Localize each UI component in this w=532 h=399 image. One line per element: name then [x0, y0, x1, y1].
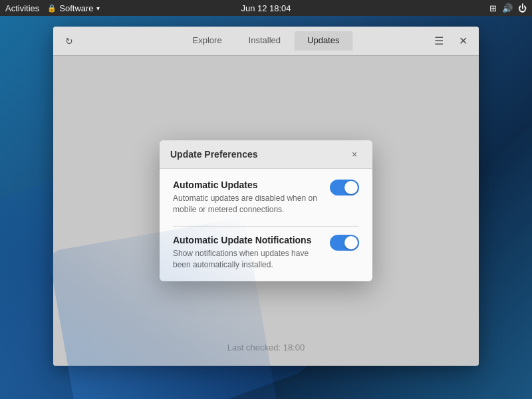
preference-divider	[173, 226, 359, 227]
topbar-right: ⊞ 🔊 ⏻	[489, 3, 527, 13]
tab-updates[interactable]: Updates	[294, 31, 352, 51]
preference-text-auto-updates: Automatic Updates Automatic updates are …	[173, 180, 319, 215]
preference-row-auto-updates: Automatic Updates Automatic updates are …	[173, 180, 359, 215]
app-content: Last checked: 18:00 Update Preferences ×	[53, 56, 479, 366]
app-window: ↻ Explore Installed Updates ☰ ✕ Last che…	[53, 27, 479, 366]
dialog-body: Automatic Updates Automatic updates are …	[160, 169, 372, 281]
auto-notifications-thumb	[344, 236, 358, 249]
headerbar-right: ☰ ✕	[428, 31, 473, 52]
auto-notifications-toggle[interactable]	[330, 235, 359, 251]
headerbar-left: ↻	[59, 31, 80, 52]
activities-button[interactable]: Activities	[5, 3, 39, 13]
menu-button[interactable]: ☰	[428, 31, 450, 52]
close-button[interactable]: ✕	[452, 31, 473, 52]
auto-updates-label: Automatic Updates	[173, 180, 319, 190]
auto-updates-thumb	[344, 181, 358, 194]
network-icon[interactable]: ⊞	[489, 3, 497, 13]
dropdown-arrow-icon: ▾	[96, 5, 100, 12]
topbar: Activities 🔒 Software ▾ Jun 12 18:04 ⊞ 🔊…	[0, 0, 532, 16]
topbar-left: Activities 🔒 Software ▾	[5, 3, 100, 13]
refresh-button[interactable]: ↻	[59, 31, 80, 52]
auto-notifications-label: Automatic Update Notifications	[173, 235, 319, 245]
auto-updates-toggle[interactable]	[330, 180, 359, 196]
auto-updates-desc: Automatic updates are disabled when on m…	[173, 193, 319, 215]
tab-installed[interactable]: Installed	[235, 31, 294, 51]
headerbar: ↻ Explore Installed Updates ☰ ✕	[53, 27, 479, 56]
preference-row-auto-notifications: Automatic Update Notifications Show noti…	[173, 235, 359, 271]
lock-icon: 🔒	[47, 4, 57, 13]
dialog-overlay: Update Preferences × Automatic Updates A…	[53, 56, 479, 366]
dialog-close-button[interactable]: ×	[347, 147, 362, 162]
volume-icon[interactable]: 🔊	[502, 3, 513, 13]
dialog-title: Update Preferences	[170, 149, 258, 160]
desktop: Activities 🔒 Software ▾ Jun 12 18:04 ⊞ 🔊…	[0, 0, 532, 399]
update-preferences-dialog: Update Preferences × Automatic Updates A…	[160, 140, 372, 281]
power-icon[interactable]: ⏻	[518, 3, 527, 13]
tabs-container: Explore Installed Updates	[180, 31, 353, 51]
dialog-header: Update Preferences ×	[160, 140, 372, 169]
preference-text-auto-notifications: Automatic Update Notifications Show noti…	[173, 235, 319, 271]
auto-updates-track	[330, 180, 359, 196]
tab-explore[interactable]: Explore	[180, 31, 235, 51]
auto-notifications-track	[330, 235, 359, 251]
auto-notifications-desc: Show notifications when updates have bee…	[173, 248, 319, 271]
app-name-menu[interactable]: 🔒 Software ▾	[47, 3, 99, 13]
app-name-label: Software	[59, 3, 93, 13]
topbar-datetime: Jun 12 18:04	[241, 3, 291, 13]
